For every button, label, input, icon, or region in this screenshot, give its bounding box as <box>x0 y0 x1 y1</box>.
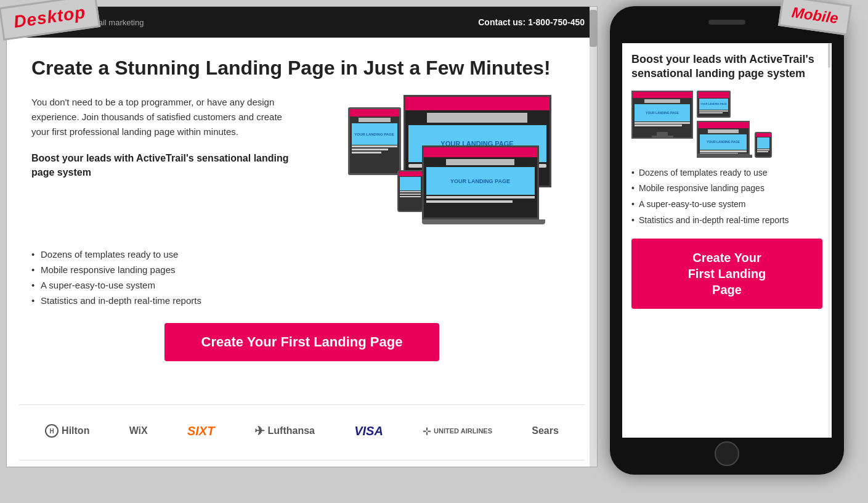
cta-section: Create Your First Landing Page <box>31 311 572 380</box>
mi-pb <box>757 137 769 149</box>
content-row: You don't need to be a top programmer, o… <box>31 95 572 231</box>
mi-lb-label: YOUR LANDING PAGE <box>707 140 740 144</box>
mobile-content: Boost your leads with ActiveTrail's sens… <box>622 43 832 425</box>
hilton-icon: H <box>45 424 59 438</box>
mobile-bullet-item: Mobile responsive landing pages <box>631 182 822 195</box>
ua-icon: ⊹ <box>423 425 431 437</box>
ps-line <box>400 191 421 192</box>
phone-screen: Boost your leads with ActiveTrail's sens… <box>622 43 832 438</box>
mi-label: YOUR LANDING PAGE <box>646 111 679 115</box>
mi-ph <box>756 133 771 137</box>
mi-tablet-small: YOUR LANDING PAGE <box>697 91 731 118</box>
mi-monitor: YOUR LANDING PAGE <box>631 91 693 139</box>
intro-text: You don't need to be a top programmer, o… <box>31 95 296 139</box>
bullet-item: Mobile responsive landing pages <box>31 264 572 275</box>
bullet-item: Statistics and in-depth real-time report… <box>31 295 572 306</box>
bullet-item: A super-easy-to-use system <box>31 280 572 290</box>
bottom-divider <box>19 460 585 460</box>
phone-home-button[interactable] <box>715 441 739 466</box>
phone-device: Boost your leads with ActiveTrail's sens… <box>610 6 844 475</box>
bullet-list: Dozens of templates ready to use Mobile … <box>31 249 572 306</box>
brand-sears: Sears <box>532 425 559 436</box>
page-headline: Create a Stunning Landing Page in Just a… <box>31 56 572 80</box>
phone-scrollbar[interactable] <box>828 43 830 438</box>
brand-label: UNITED AIRLINES <box>434 427 492 435</box>
tablet: YOUR LANDING PAGE <box>348 107 404 175</box>
desktop-cta-button[interactable]: Create Your First Landing Page <box>164 323 440 361</box>
mi-tablet-screen: YOUR LANDING PAGE <box>698 92 729 117</box>
mobile-bullet-item: Statistics and in-depth real-time report… <box>631 215 822 227</box>
laptop-screen: YOUR LANDING PAGE <box>422 145 539 219</box>
mi-h <box>698 92 729 98</box>
ls-blue: YOUR LANDING PAGE <box>426 167 535 195</box>
mi-laptop-base <box>697 155 752 158</box>
lh-icon: ✈ <box>254 423 265 438</box>
brand-lufthansa: ✈ Lufthansa <box>254 423 315 438</box>
brand-sixt: SIXT <box>187 424 214 438</box>
desktop-scrollbar[interactable] <box>590 7 597 467</box>
laptop-base <box>422 219 545 224</box>
mi-tb-label: YOUR LANDING PAGE <box>700 102 727 105</box>
ls-line <box>426 200 513 203</box>
mi-h <box>633 92 692 98</box>
mi-b: YOUR LANDING PAGE <box>635 104 690 121</box>
scroll-thumb[interactable] <box>590 10 597 47</box>
mi-lb: YOUR LANDING PAGE <box>700 134 747 150</box>
row-devices: YOUR LANDING PAGE <box>697 121 772 158</box>
ps-line <box>400 194 421 195</box>
desktop-main: Create a Stunning Landing Page in Just a… <box>7 38 597 398</box>
phone-speaker <box>708 20 745 25</box>
brand-label: Sears <box>532 425 559 436</box>
tablet-screen: YOUR LANDING PAGE <box>348 107 401 175</box>
mobile-bullet-list: Dozens of templates ready to use Mobile … <box>631 167 822 226</box>
mi-pl <box>757 151 768 152</box>
laptop: YOUR LANDING PAGE <box>422 145 545 224</box>
mi-h <box>698 122 748 128</box>
ls-gray <box>446 159 514 165</box>
ts-lines <box>352 145 397 153</box>
mobile-illustration: YOUR LANDING PAGE <box>631 91 822 158</box>
phone-scroll-thumb[interactable] <box>828 43 830 68</box>
mobile-bullet-item: Dozens of templates ready to use <box>631 167 822 179</box>
mi-tl <box>699 112 723 113</box>
mi-g <box>644 99 680 103</box>
mi-g <box>708 129 738 133</box>
mi-tl <box>699 110 728 112</box>
ls-landing-label: YOUR LANDING PAGE <box>450 178 510 184</box>
mobile-cta-button[interactable]: Create YourFirst LandingPage <box>631 239 822 309</box>
ls-lines <box>426 196 535 203</box>
ls-header <box>424 147 537 157</box>
ts-line <box>352 149 388 150</box>
mi-tb: YOUR LANDING PAGE <box>699 99 728 110</box>
mi-phone-tiny <box>755 132 772 158</box>
ms-gray-bar <box>427 113 528 123</box>
ts-blue: YOUR LANDING PAGE <box>352 123 397 145</box>
mi-ll <box>635 125 682 126</box>
content-text: You don't need to be a top programmer, o… <box>31 95 296 231</box>
content-image: YOUR LANDING PAGE <box>308 95 572 231</box>
brands-row: H Hilton WiX SIXT ✈ Lufthansa VISA ⊹ UNI… <box>7 411 597 454</box>
brand-label: Lufthansa <box>268 425 315 436</box>
mi-ll <box>635 122 690 124</box>
brand-label: Hilton <box>62 425 89 436</box>
bullet-item: Dozens of templates ready to use <box>31 249 572 260</box>
ts-landing-label: YOUR LANDING PAGE <box>354 133 394 136</box>
brand-wix: WiX <box>129 425 148 436</box>
phone-screen-small <box>397 170 423 212</box>
header-contact: Contact us: 1-800-750-450 <box>478 17 585 27</box>
ps-line <box>400 196 421 197</box>
desktop-preview: Desktop ATRAIL email marketing Contact u… <box>6 6 598 467</box>
mi-ll2 <box>700 150 747 152</box>
brand-label: VISA <box>354 424 383 438</box>
mobile-bullet-item: A super-easy-to-use system <box>631 198 822 211</box>
mi-laptop-scr: YOUR LANDING PAGE <box>697 121 750 155</box>
ps-blue <box>400 177 421 190</box>
mobile-preview-wrapper: Mobile Boost your leads with ActiveTrail… <box>610 6 844 475</box>
mi-base <box>652 136 673 137</box>
mi-pl <box>757 149 769 150</box>
mi-laptop-small: YOUR LANDING PAGE <box>697 121 752 158</box>
brand-label: SIXT <box>187 424 214 438</box>
mi-right-col: YOUR LANDING PAGE <box>697 91 772 158</box>
brand-united: ⊹ UNITED AIRLINES <box>423 425 492 437</box>
brand-visa: VISA <box>354 424 383 438</box>
